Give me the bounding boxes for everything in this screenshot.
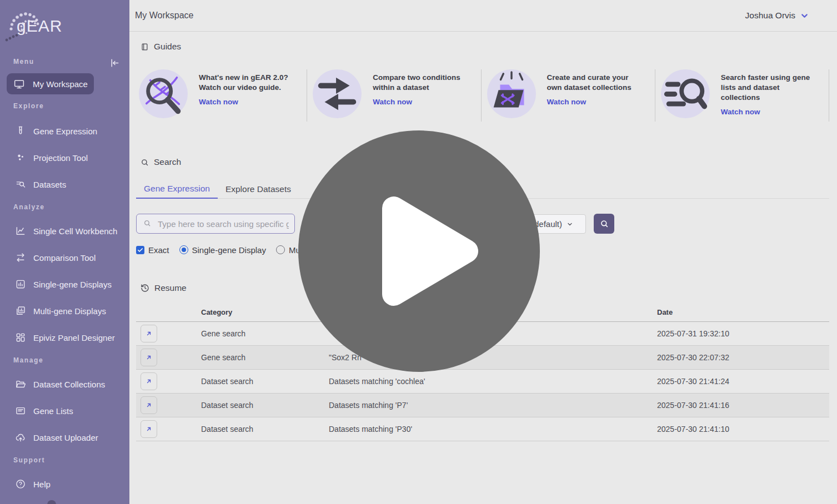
sidebar-item-label: Single Cell Workbench [33, 226, 117, 236]
history-icon [141, 284, 149, 293]
watch-now-link[interactable]: Watch now [721, 108, 760, 116]
sidebar-item-datasets[interactable]: Datasets [0, 171, 129, 198]
guide-card-title: Compare two conditions within a dataset [373, 73, 470, 93]
sidebar-item-label: My Workspace [33, 79, 88, 89]
chevron-down-icon [800, 11, 809, 21]
panels-grid-icon [15, 332, 26, 343]
bar-chart-icon [15, 279, 26, 290]
sidebar-item-gene-expression[interactable]: Gene Expression [0, 118, 129, 144]
search-section-title: Search [141, 157, 181, 167]
sidebar-item-label: Help [33, 480, 51, 489]
search-submit-button[interactable] [594, 214, 614, 234]
test-tube-icon [15, 125, 26, 137]
open-search-button[interactable] [141, 420, 157, 438]
tab-gene-expression[interactable]: Gene Expression [136, 179, 218, 199]
sidebar-section-menu: Menu [13, 58, 34, 68]
stacked-charts-icon [15, 305, 26, 316]
select-chevron-icon [567, 221, 573, 228]
exact-checkbox-option[interactable]: Exact [136, 245, 169, 255]
open-search-button[interactable] [141, 396, 157, 414]
watch-now-link[interactable]: Watch now [373, 98, 412, 106]
sidebar-section-analyze: Analyze [13, 203, 129, 213]
guide-card-search-faster: Search faster using gene lists and datas… [655, 69, 829, 122]
sidebar-item-dataset-uploader[interactable]: Dataset Uploader [0, 424, 129, 451]
sidebar-item-multi-gene-displays[interactable]: Multi-gene Displays [0, 298, 129, 324]
monitor-icon [13, 78, 25, 90]
guide-card-collections: Create and curate your own dataset colle… [482, 69, 655, 122]
sidebar-item-label: Dataset Collections [33, 380, 105, 389]
list-search-icon [15, 179, 26, 190]
search-button-icon [600, 219, 609, 228]
table-row: Dataset search Datasets matching 'P30' 2… [136, 417, 829, 441]
resume-section-title: Resume [141, 283, 187, 293]
guides-section-title: Guides [141, 42, 181, 52]
sidebar-item-projection-tool[interactable]: Projection Tool [0, 144, 129, 171]
guides-cards: What's new in gEAR 2.0? Watch our video … [133, 69, 829, 122]
arrow-up-right-icon [146, 402, 152, 409]
open-search-button[interactable] [141, 349, 157, 366]
single-gene-radio-option[interactable]: Single-gene Display [179, 245, 266, 255]
cell-label: Datasets matching 'cochlea' [329, 377, 657, 386]
gene-search-input[interactable] [136, 214, 295, 234]
sidebar-section-explore: Explore [13, 102, 129, 112]
cell-category: Dataset search [201, 377, 329, 386]
cell-date: 2025-07-30 22:07:32 [657, 353, 829, 362]
video-play-overlay[interactable] [298, 130, 540, 372]
open-search-button[interactable] [141, 325, 157, 342]
sidebar: gEAR Menu My Workspace Explore Gene Expr… [0, 0, 129, 504]
collapse-arrow-icon [109, 57, 121, 69]
watch-now-link[interactable]: Watch now [547, 98, 587, 106]
input-search-icon [143, 219, 151, 227]
sidebar-item-dataset-collections[interactable]: Dataset Collections [0, 371, 129, 397]
list-magnifier-icon [661, 69, 710, 118]
cell-label: Datasets matching 'P30' [329, 425, 657, 434]
folder-dna-icon [487, 69, 536, 118]
sidebar-item-my-workspace[interactable]: My Workspace [7, 73, 94, 94]
guide-card-compare: Compare two conditions within a dataset … [307, 69, 481, 122]
help-circle-icon [15, 478, 26, 490]
single-gene-label: Single-gene Display [192, 245, 266, 255]
sidebar-item-label: Dataset Uploader [33, 433, 98, 442]
sidebar-item-single-gene-displays[interactable]: Single-gene Displays [0, 271, 129, 298]
exact-label: Exact [148, 245, 169, 255]
cell-category: Dataset search [201, 401, 329, 410]
sidebar-item-label: Comparison Tool [33, 253, 96, 263]
radio-selected-icon [179, 245, 188, 254]
search-title-text: Search [154, 157, 181, 167]
sidebar-item-help[interactable]: Help [0, 471, 129, 497]
guide-card-title: Search faster using gene lists and datas… [721, 73, 819, 103]
watch-now-link[interactable]: Watch now [199, 98, 238, 106]
sidebar-item-epiviz-panel-designer[interactable]: Epiviz Panel Designer [0, 324, 129, 351]
tab-explore-datasets[interactable]: Explore Datasets [218, 179, 299, 199]
arrow-up-right-icon [146, 330, 152, 337]
compare-arrows-icon [15, 252, 26, 263]
guide-card-title: What's new in gEAR 2.0? Watch our video … [199, 73, 297, 93]
dna-magnifier-icon [139, 69, 188, 118]
sidebar-item-single-cell-workbench[interactable]: Single Cell Workbench [0, 218, 129, 244]
compare-arrows-doodle-icon [313, 69, 362, 118]
sidebar-item-comparison-tool[interactable]: Comparison Tool [0, 244, 129, 271]
sidebar-item-label: Epiviz Panel Designer [33, 333, 115, 342]
gear-logo[interactable]: gEAR [0, 0, 129, 44]
table-row: Dataset search Datasets matching 'P7' 20… [136, 394, 829, 417]
sidebar-item-label: Gene Expression [33, 127, 97, 136]
arrow-up-right-icon [146, 378, 152, 385]
user-menu[interactable]: Joshua Orvis [745, 11, 809, 21]
cloud-upload-icon [15, 432, 26, 443]
partial-icon [47, 500, 56, 504]
sidebar-item-gene-lists[interactable]: Gene Lists [0, 397, 129, 424]
radio-unselected-icon [276, 245, 285, 254]
resume-title-text: Resume [154, 283, 187, 293]
arrow-up-right-icon [146, 426, 152, 432]
user-name: Joshua Orvis [745, 11, 795, 21]
open-search-button[interactable] [141, 372, 157, 390]
sidebar-item-label: Gene Lists [33, 406, 73, 416]
sidebar-item-label: Multi-gene Displays [33, 306, 106, 316]
page-header: My Workspace Joshua Orvis [129, 0, 837, 32]
gear-app: gEAR Menu My Workspace Explore Gene Expr… [0, 0, 837, 504]
cell-category: Dataset search [201, 425, 329, 434]
guide-card-whats-new: What's new in gEAR 2.0? Watch our video … [133, 69, 307, 122]
cell-label: Datasets matching 'P7' [329, 401, 657, 410]
collapse-sidebar-button[interactable] [108, 57, 121, 69]
sidebar-item-label: Single-gene Displays [33, 280, 112, 289]
